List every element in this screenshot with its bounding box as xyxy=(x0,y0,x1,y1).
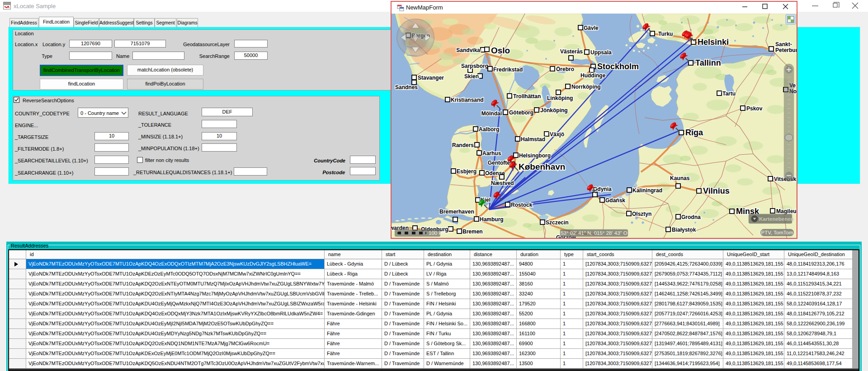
svg-text:Halmstad: Halmstad xyxy=(521,136,545,143)
svg-text:Pskov: Pskov xyxy=(746,105,763,112)
svg-text:Olsztyn: Olsztyn xyxy=(632,211,651,217)
svg-text:Uppsala: Uppsala xyxy=(590,49,612,56)
svg-text:Vilnius: Vilnius xyxy=(703,186,730,195)
svg-text:Gdańsk: Gdańsk xyxy=(605,197,625,204)
svg-text:Stavanger: Stavanger xyxy=(418,75,444,81)
svg-text:Næstved: Næstved xyxy=(491,180,514,186)
svg-text:Aalborg: Aalborg xyxy=(479,126,499,133)
svg-text:Bremerhaven: Bremerhaven xyxy=(439,209,474,215)
svg-text:Gdynia: Gdynia xyxy=(593,186,612,192)
svg-text:53° 02′ 41″ N, 015° 28′ 43″ O: 53° 02′ 41″ N, 015° 28′ 43″ O xyxy=(561,230,627,236)
svg-text:PTV, TomTom: PTV, TomTom xyxy=(761,230,793,235)
svg-text:Sankt-: Sankt- xyxy=(775,41,792,48)
svg-text:Västerås: Västerås xyxy=(560,48,583,55)
svg-text:Trollhättan: Trollhättan xyxy=(513,93,541,100)
svg-text:Peterbur: Peterbur xyxy=(775,47,797,53)
svg-text:Tallinn: Tallinn xyxy=(695,58,721,67)
svg-text:Huddinge: Huddinge xyxy=(580,72,606,79)
svg-text:Växjö: Växjö xyxy=(550,131,564,138)
svg-text:Esbjerg: Esbjerg xyxy=(457,168,476,175)
svg-text:Skien: Skien xyxy=(464,73,479,80)
svg-text:København: København xyxy=(519,162,565,171)
svg-text:Magileuħ: Magileuħ xyxy=(776,208,797,214)
svg-text:Norrköping: Norrköping xyxy=(571,84,601,90)
svg-text:Helsingborg: Helsingborg xyxy=(519,152,551,159)
svg-text:Sandnes: Sandnes xyxy=(395,84,418,90)
svg-text:Jönköping: Jönköping xyxy=(540,107,568,114)
svg-text:Rīga: Rīga xyxy=(685,128,703,137)
svg-text:Örebro: Örebro xyxy=(556,66,574,72)
svg-text:Kaunas: Kaunas xyxy=(670,175,690,181)
svg-text:100 km: 100 km xyxy=(429,230,446,236)
svg-text:Linköping: Linköping xyxy=(547,95,573,101)
svg-text:Rostock: Rostock xyxy=(511,202,533,208)
svg-text:Białystok: Białystok xyxy=(672,227,696,233)
svg-text:Gentofte: Gentofte xyxy=(488,160,510,166)
svg-text:Aarhus: Aarhus xyxy=(482,150,501,157)
svg-text:Mölndal: Mölndal xyxy=(481,110,502,117)
svg-text:Oslo: Oslo xyxy=(491,46,510,55)
svg-text:Szczecin: Szczecin xyxy=(546,219,569,226)
svg-text:Helsinki: Helsinki xyxy=(698,38,729,47)
svg-text:Kristiansand: Kristiansand xyxy=(451,97,484,103)
svg-text:Tartu: Tartu xyxy=(722,90,736,97)
svg-text:Bremen: Bremen xyxy=(462,228,483,235)
svg-text:Grodna: Grodna xyxy=(681,214,701,220)
svg-text:Turku: Turku xyxy=(658,31,673,37)
svg-text:Fredrikstad: Fredrikstad xyxy=(493,67,523,73)
svg-text:Kartenebenen: Kartenebenen xyxy=(759,216,794,222)
svg-text:Kaliningrad: Kaliningrad xyxy=(632,187,662,194)
svg-text:Gävle: Gävle xyxy=(584,25,599,31)
svg-text:Sandvika: Sandvika xyxy=(456,47,480,53)
svg-text:Randers: Randers xyxy=(452,142,474,148)
svg-text:Hamburg: Hamburg xyxy=(480,216,504,223)
svg-text:Sarpsborg: Sarpsborg xyxy=(461,63,488,69)
svg-text:Göteborg: Göteborg xyxy=(509,109,533,116)
svg-text:Stockholm: Stockholm xyxy=(597,62,639,71)
